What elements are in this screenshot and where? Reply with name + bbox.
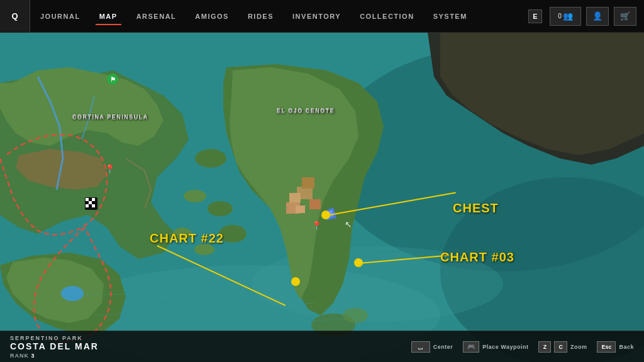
svg-rect-27 [86,204,89,207]
chest-dot [321,211,330,219]
nav-inventory[interactable]: INVENTORY [289,10,345,23]
nav-right: 0 👥 👤 🛒 [550,7,644,26]
chart03-dot [354,258,363,267]
zoom-label: Zoom [570,344,587,350]
chest-label: CHEST [453,201,499,216]
chart22-label: CHART #22 [150,231,224,246]
back-control: Esc Back [597,341,634,353]
waypoint-key[interactable]: 🎮 [463,341,479,353]
q-button[interactable]: Q [0,0,30,33]
svg-point-5 [61,286,84,301]
back-key[interactable]: Esc [597,341,616,353]
bottom-controls: ⎵ Center 🎮 Place Waypoint Z C Zoom Esc B… [411,341,644,353]
svg-point-14 [208,201,233,216]
center-control: ⎵ Center [411,341,453,353]
nav-map[interactable]: MAP [96,10,121,23]
waypoint-label: Place Waypoint [482,344,528,350]
svg-point-19 [343,308,368,323]
nav-rides[interactable]: RIDES [244,10,277,23]
location-info: SERPENTINO PARK COSTA DEL MAR RANK 3 [0,335,411,359]
svg-text:📍: 📍 [104,164,116,175]
profile-button[interactable]: 👤 [586,7,609,26]
nav-amigos[interactable]: AMIGOS [191,10,233,23]
e-button[interactable]: E [528,9,542,23]
svg-rect-24 [86,201,89,204]
chart03-label: CHART #03 [440,250,514,265]
location-name: COSTA DEL MAR [10,341,411,351]
svg-rect-26 [92,201,95,204]
svg-rect-7 [289,193,301,202]
svg-rect-29 [92,204,95,207]
people-icon: 👥 [563,11,573,21]
nav-items: JouRNal MAP ARSENAL AMIGOS RIDES INVENTO… [30,10,528,23]
svg-rect-23 [92,198,95,201]
cart-button[interactable]: 🛒 [614,7,636,26]
location-rank: RANK 3 [10,353,411,359]
svg-rect-25 [89,201,92,204]
svg-rect-11 [309,199,321,209]
zoom-key-z[interactable]: Z [538,341,551,353]
map-background: ⚑ 📍 📍 ↖ [0,33,644,362]
nav-arsenal[interactable]: ARSENAL [133,10,180,23]
cenote-label-static: EL OJO CENOTE [277,108,335,114]
svg-rect-28 [89,204,92,207]
bottom-bar: SERPENTINO PARK COSTA DEL MAR RANK 3 ⎵ C… [0,331,644,362]
svg-rect-21 [86,198,89,201]
svg-rect-8 [302,177,314,189]
people-button[interactable]: 0 👥 [550,7,581,26]
chart22-dot [291,277,300,286]
rank-number: 3 [31,353,35,359]
nav-collection[interactable]: COLLECTION [356,10,418,23]
cart-icon: 🛒 [620,11,630,21]
svg-text:⚑: ⚑ [110,76,116,83]
zoom-control: Z C Zoom [538,341,587,353]
svg-rect-10 [296,206,305,213]
navbar: Q JouRNal MAP ARSENAL AMIGOS RIDES INVEN… [0,0,644,33]
svg-point-12 [195,149,226,168]
center-key[interactable]: ⎵ [411,341,430,353]
waypoint-control: 🎮 Place Waypoint [463,341,528,353]
svg-point-13 [184,190,206,202]
nav-journal[interactable]: JouRNal [36,10,84,23]
profile-icon: 👤 [592,11,602,21]
location-area: SERPENTINO PARK [10,335,411,341]
back-label: Back [619,344,634,350]
svg-rect-22 [89,198,92,201]
svg-text:📍: 📍 [311,221,323,231]
svg-text:↖: ↖ [345,219,352,229]
zoom-key-c[interactable]: C [554,341,567,353]
nav-system[interactable]: SYSTEM [430,10,471,23]
people-count: 0 [558,13,562,19]
cortina-label-static: CORTINA PENINSULA [72,114,148,121]
map-container: ⚑ 📍 📍 ↖ CHEST CHART #03 CHART #22 CORTIN… [0,0,644,362]
center-label: Center [433,344,453,350]
